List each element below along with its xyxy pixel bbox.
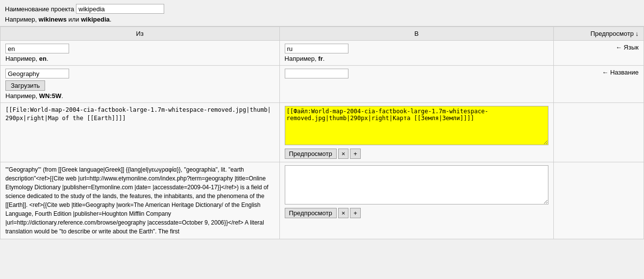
header-preview: Предпросмотр ↓ [554, 27, 644, 41]
title-to-input[interactable] [285, 69, 348, 78]
content1-btn-group: Предпросмотр × + [285, 149, 549, 159]
content-row-2: '''Geography''' (from [[Greek language|G… [0, 162, 644, 239]
project-row: Наименование проекта [5, 4, 639, 14]
content2-to-cell: Предпросмотр × + [279, 162, 554, 239]
content2-from-cell: '''Geography''' (from [[Greek language|G… [0, 162, 280, 239]
title-arrow-label: ← Название [602, 69, 639, 76]
title-from-input[interactable] [5, 69, 69, 78]
project-input[interactable] [76, 4, 164, 14]
lang-to-cell: Например, fr. [279, 41, 554, 66]
project-hint: Например, wikinews или wikipedia. [5, 16, 639, 23]
content2-from-text: '''Geography''' (from [[Greek language|G… [5, 165, 274, 236]
title-from-cell: Загрузить Например, WN:5W. [0, 66, 280, 103]
project-hint-bold1: wikinews [39, 16, 67, 23]
content2-to-textarea[interactable] [285, 165, 549, 204]
lang-arrow-label: ← Язык [616, 44, 639, 51]
lang-to-hint: Например, fr. [285, 55, 325, 62]
lang-arrow-cell: ← Язык [554, 41, 644, 66]
page-wrapper: Наименование проекта Например, wikinews … [0, 0, 644, 279]
content2-plus-button[interactable]: + [350, 208, 361, 218]
content1-x-button[interactable]: × [338, 149, 349, 159]
header-from: Из [0, 27, 280, 41]
project-hint-end: . [110, 16, 112, 23]
header-to: В [279, 27, 554, 41]
project-hint-prefix: Например, [5, 16, 39, 23]
content1-from-text: [[File:World-map-2004-cia-factbook-large… [5, 106, 274, 123]
content1-to-cell: Предпросмотр × + [279, 103, 554, 162]
lang-from-hint: Например, en. [5, 55, 49, 62]
content2-btn-group: Предпросмотр × + [285, 208, 549, 218]
content1-from-cell: [[File:World-map-2004-cia-factbook-large… [0, 103, 280, 162]
content2-preview-cell [554, 162, 644, 239]
top-section: Наименование проекта Например, wikinews … [0, 0, 644, 26]
project-hint-bold2: wikipedia [81, 16, 110, 23]
content2-preview-button[interactable]: Предпросмотр [285, 208, 337, 218]
lang-to-input[interactable] [285, 44, 348, 53]
title-hint: Например, WN:5W. [5, 92, 63, 100]
content-row-1: [[File:World-map-2004-cia-factbook-large… [0, 103, 644, 162]
project-label: Наименование проекта [5, 5, 74, 13]
content1-preview-cell [554, 103, 644, 162]
content2-x-button[interactable]: × [338, 208, 349, 218]
lang-from-input[interactable] [5, 44, 69, 53]
main-table: Из В Предпросмотр ↓ Например, en. Наприм… [0, 26, 644, 239]
project-hint-mid: или [67, 16, 81, 23]
load-button[interactable]: Загрузить [5, 80, 45, 91]
content1-plus-button[interactable]: + [350, 149, 361, 159]
content1-to-textarea[interactable] [285, 106, 549, 145]
title-arrow-cell: ← Название [554, 66, 644, 103]
content1-preview-button[interactable]: Предпросмотр [285, 149, 337, 159]
title-row: Загрузить Например, WN:5W. ← Название [0, 66, 644, 103]
title-to-cell [279, 66, 554, 103]
lang-from-cell: Например, en. [0, 41, 280, 66]
lang-row: Например, en. Например, fr. ← Язык [0, 41, 644, 66]
